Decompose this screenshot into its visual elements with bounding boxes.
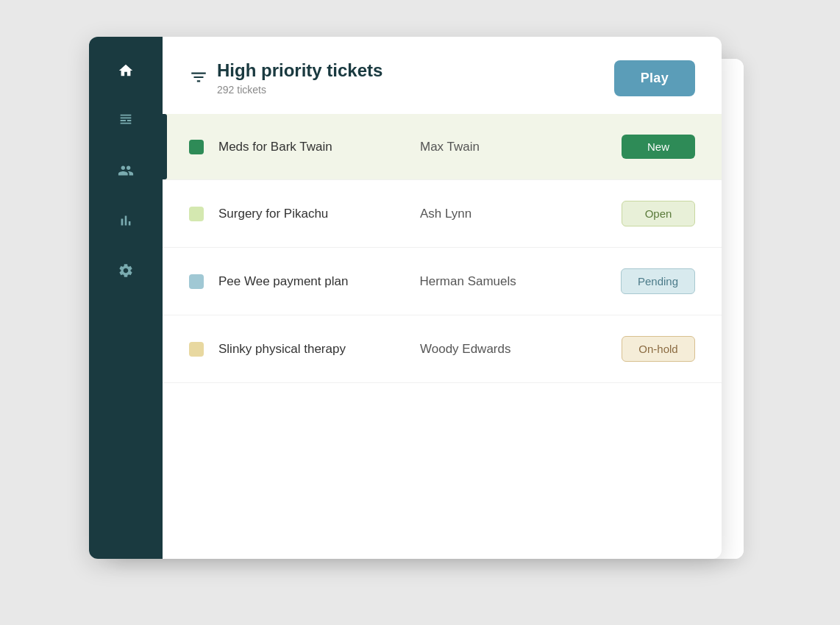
header: High priority tickets 292 tickets Play <box>163 37 722 114</box>
page-title: High priority tickets <box>217 60 382 81</box>
page-subtitle: 292 tickets <box>217 84 382 96</box>
ticket-title: Surgery for Pikachu <box>218 207 405 221</box>
sidebar-item-home[interactable] <box>113 57 139 84</box>
ticket-row[interactable]: Slinky physical therapyWoody EdwardsOn-h… <box>163 315 722 383</box>
ticket-person: Herman Samuels <box>419 274 605 289</box>
ticket-title: Slinky physical therapy <box>218 342 405 357</box>
sidebar-item-settings[interactable] <box>113 257 139 284</box>
ticket-row[interactable]: Meds for Bark TwainMax TwainNew <box>163 114 722 180</box>
sidebar-item-contacts[interactable] <box>113 157 139 184</box>
status-badge: On-hold <box>622 336 695 362</box>
status-badge: Open <box>622 201 695 226</box>
ticket-dot <box>189 342 204 357</box>
ticket-dot <box>189 140 204 154</box>
ticket-person: Ash Lynn <box>420 207 607 221</box>
app-container: High priority tickets 292 tickets Play M… <box>89 37 751 588</box>
ticket-row[interactable]: Pee Wee payment planHerman SamuelsPendin… <box>163 248 722 315</box>
status-badge: Pending <box>621 268 695 294</box>
ticket-row[interactable]: Surgery for PikachuAsh LynnOpen <box>163 180 722 248</box>
ticket-title: Pee Wee payment plan <box>218 274 405 289</box>
ticket-dot <box>189 274 204 289</box>
ticket-list: Meds for Bark TwainMax TwainNewSurgery f… <box>163 114 722 559</box>
ticket-title: Meds for Bark Twain <box>218 140 405 154</box>
sidebar-item-tickets[interactable] <box>113 107 139 134</box>
ticket-person: Max Twain <box>420 140 607 154</box>
filter-icon <box>189 68 208 90</box>
status-badge: New <box>622 135 695 159</box>
play-button[interactable]: Play <box>614 60 695 96</box>
card-front: High priority tickets 292 tickets Play M… <box>89 37 722 559</box>
sidebar <box>89 37 163 559</box>
main-content: High priority tickets 292 tickets Play M… <box>163 37 722 559</box>
ticket-dot <box>189 207 204 221</box>
header-title-group: High priority tickets 292 tickets <box>217 60 382 96</box>
header-left: High priority tickets 292 tickets <box>189 60 382 96</box>
ticket-person: Woody Edwards <box>420 342 607 357</box>
sidebar-item-reports[interactable] <box>113 207 139 234</box>
